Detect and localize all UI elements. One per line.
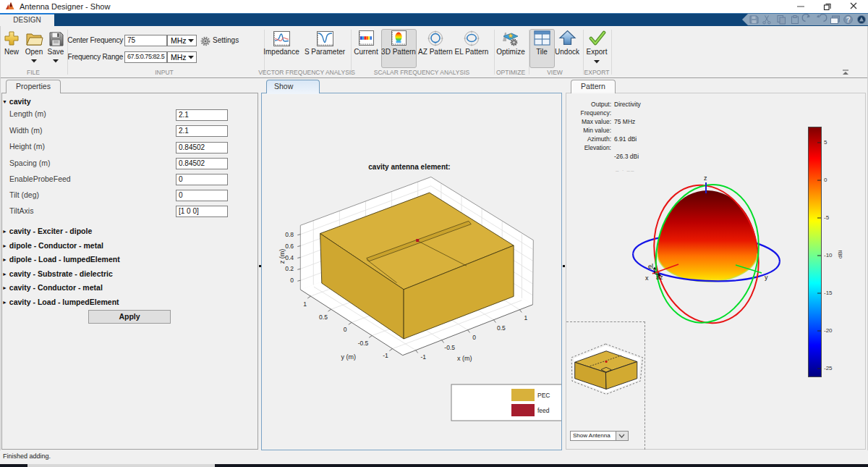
svg-text:0.2: 0.2 bbox=[285, 265, 294, 272]
svg-text:x (m): x (m) bbox=[457, 355, 472, 362]
svg-text:-0.5: -0.5 bbox=[444, 344, 455, 351]
svg-text:0.8: 0.8 bbox=[285, 231, 294, 238]
svg-text:z: z bbox=[704, 174, 707, 182]
svg-text:y (m): y (m) bbox=[341, 353, 356, 361]
svg-text:1: 1 bbox=[524, 314, 527, 321]
svg-text:y: y bbox=[765, 274, 768, 281]
svg-text:0.4: 0.4 bbox=[285, 254, 294, 261]
svg-text:z (m): z (m) bbox=[278, 249, 286, 264]
svg-text:0: 0 bbox=[290, 277, 294, 284]
svg-text:0.5: 0.5 bbox=[319, 314, 328, 321]
svg-text:?: ? bbox=[846, 16, 850, 24]
svg-text:0: 0 bbox=[472, 334, 476, 341]
svg-text:az: az bbox=[656, 274, 663, 281]
svg-text:-1: -1 bbox=[383, 352, 388, 359]
svg-text:PEC: PEC bbox=[537, 392, 550, 399]
svg-text:feed: feed bbox=[537, 407, 550, 414]
svg-text:0.6: 0.6 bbox=[285, 243, 294, 250]
svg-text:0: 0 bbox=[344, 326, 347, 333]
svg-text:-1: -1 bbox=[421, 353, 427, 361]
svg-text:el: el bbox=[648, 263, 653, 270]
svg-text:1: 1 bbox=[303, 300, 307, 308]
svg-text:cavity antenna element:: cavity antenna element: bbox=[368, 163, 450, 171]
svg-text:-0.5: -0.5 bbox=[358, 340, 369, 347]
svg-text:0.5: 0.5 bbox=[497, 324, 506, 332]
svg-text:x: x bbox=[645, 274, 649, 282]
